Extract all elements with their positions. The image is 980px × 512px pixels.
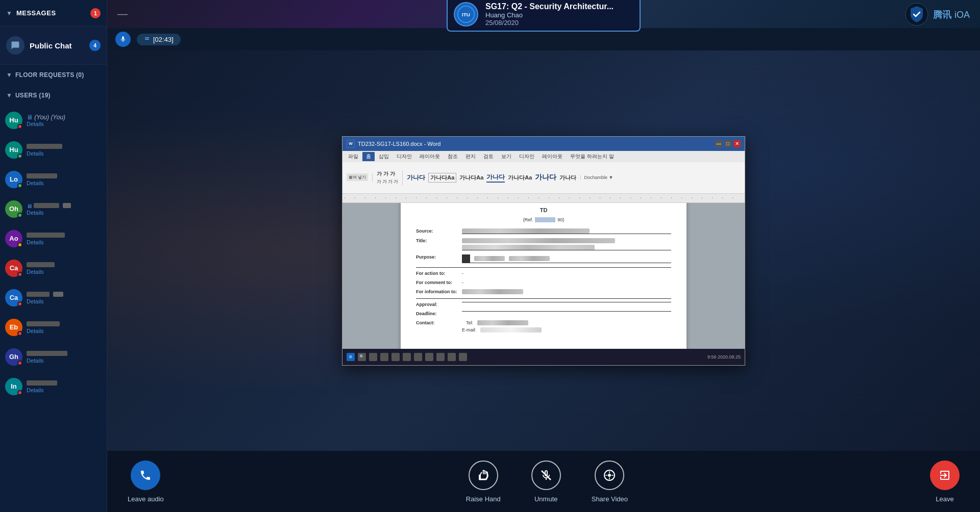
tab-layout2[interactable]: 레이아웃 bbox=[538, 152, 566, 161]
leave-audio-label: Leave audio bbox=[128, 495, 164, 503]
user-details-link[interactable]: Details bbox=[27, 328, 102, 334]
word-taskbar: ⊞ 🔍 9:56 2020.08.25 bbox=[342, 349, 745, 365]
avatar: Ao bbox=[5, 230, 22, 247]
tab-design2[interactable]: 디자인 bbox=[516, 152, 538, 161]
user-details-link[interactable]: Details bbox=[27, 239, 102, 245]
close-button[interactable]: ✕ bbox=[733, 140, 741, 147]
center-controls: Raise Hand Unmute bbox=[466, 460, 628, 503]
unmute-button[interactable] bbox=[531, 460, 561, 490]
itu-logo: ITU bbox=[454, 2, 478, 27]
doc-field-contact: Contact: Tel: bbox=[416, 320, 671, 325]
list-item: Gh Details bbox=[0, 342, 107, 372]
user-status-indicator bbox=[17, 242, 22, 247]
presenter-date: 25/08/2020 bbox=[485, 19, 614, 27]
share-video-action[interactable]: Share Video bbox=[592, 460, 628, 503]
word-page: TD (Ref.90) Source: Title: bbox=[401, 203, 687, 349]
leave-audio-button[interactable] bbox=[131, 460, 160, 490]
topbar-dash: — bbox=[117, 8, 128, 20]
maximize-button[interactable]: □ bbox=[724, 140, 731, 147]
user-details-link[interactable]: Details bbox=[27, 150, 102, 157]
doc-field-purpose: Purpose: bbox=[416, 254, 671, 263]
user-info: Details bbox=[27, 262, 102, 275]
share-video-label: Share Video bbox=[592, 495, 628, 503]
avatar: Hu bbox=[5, 141, 22, 159]
tab-file[interactable]: 파일 bbox=[345, 152, 362, 161]
list-item: In Details bbox=[0, 372, 107, 401]
tab-view[interactable]: 보기 bbox=[498, 152, 515, 161]
user-name: 🖥 bbox=[27, 202, 102, 210]
tab-review[interactable]: 검토 bbox=[480, 152, 497, 161]
raise-hand-button[interactable] bbox=[469, 460, 498, 490]
unmute-action[interactable]: Unmute bbox=[531, 460, 561, 503]
user-screen-icon: 🖥 bbox=[27, 114, 34, 121]
topbar: — ITU SG17: Q2 - Security Architectur...… bbox=[107, 0, 980, 28]
user-details-link[interactable]: Details bbox=[27, 357, 102, 364]
user-details-link[interactable]: Details bbox=[27, 387, 102, 393]
user-details-link[interactable]: Details bbox=[27, 298, 102, 304]
user-details-link[interactable]: Details bbox=[27, 121, 102, 127]
user-status-indicator bbox=[17, 153, 22, 159]
doc-title: TD bbox=[416, 207, 671, 213]
user-status-indicator bbox=[17, 272, 22, 277]
user-details-link[interactable]: Details bbox=[27, 269, 102, 275]
floor-requests-section[interactable]: ▼ FLOOR REQUESTS (0) bbox=[0, 65, 107, 85]
users-list: Hu 🖥 (You) (You) Details Hu bbox=[0, 106, 107, 512]
microphone-button[interactable] bbox=[115, 32, 131, 47]
list-item: Lo Details bbox=[0, 165, 107, 194]
tab-mail[interactable]: 편지 bbox=[462, 152, 479, 161]
tab-design[interactable]: 디자인 bbox=[393, 152, 415, 161]
user-name bbox=[27, 291, 102, 298]
sidebar: ▼ MESSAGES 1 Public Chat 4 ▼ FLOOR REQUE… bbox=[0, 0, 107, 512]
public-chat-badge: 4 bbox=[89, 40, 101, 51]
doc-field-approval: Approval: bbox=[416, 302, 671, 307]
chat-icon bbox=[6, 36, 24, 55]
doc-field-email: E-mail: bbox=[462, 327, 671, 332]
chevron-down-icon: ▼ bbox=[6, 10, 12, 17]
share-video-button[interactable] bbox=[595, 460, 624, 490]
user-info: Details bbox=[27, 143, 102, 157]
user-info: Details bbox=[27, 291, 102, 304]
tencent-logo-text: 腾讯 iOA bbox=[933, 8, 970, 21]
tab-home[interactable]: 홈 bbox=[362, 152, 375, 161]
messages-title: MESSAGES bbox=[16, 9, 56, 17]
tab-more[interactable]: 무엇을 하려는지 알 bbox=[567, 152, 618, 161]
raise-hand-action[interactable]: Raise Hand bbox=[466, 460, 501, 503]
user-name bbox=[27, 143, 102, 150]
tab-layout[interactable]: 레이아웃 bbox=[416, 152, 444, 161]
leave-label: Leave bbox=[936, 495, 953, 503]
you-tag: (You) bbox=[34, 114, 49, 121]
tab-insert[interactable]: 삽입 bbox=[375, 152, 393, 161]
leave-audio-action[interactable]: Leave audio bbox=[128, 460, 164, 503]
tab-refs[interactable]: 참조 bbox=[444, 152, 461, 161]
doc-field-comment: For comment to: - bbox=[416, 280, 671, 285]
user-name bbox=[27, 380, 102, 387]
doc-field-source: Source: bbox=[416, 228, 671, 234]
presenter-card: ITU SG17: Q2 - Security Architectur... H… bbox=[447, 0, 641, 32]
leave-action[interactable]: Leave bbox=[930, 460, 960, 503]
messages-header: ▼ MESSAGES 1 bbox=[0, 0, 107, 27]
leave-button[interactable] bbox=[930, 460, 960, 490]
chevron-floor-icon: ▼ bbox=[6, 71, 12, 79]
user-details-link[interactable]: Details bbox=[27, 210, 102, 216]
timer-display: [02:43] bbox=[137, 34, 181, 45]
avatar: Eb bbox=[5, 319, 22, 336]
word-title-text: TD232-SG17-LS160.docx - Word bbox=[358, 141, 440, 147]
bottombar: Leave audio Raise Hand bbox=[107, 451, 980, 512]
user-info: Details bbox=[27, 232, 102, 245]
content-area: W TD232-SG17-LS160.docx - Word — □ ✕ 파일 … bbox=[107, 50, 980, 451]
user-name bbox=[27, 262, 102, 269]
minimize-button[interactable]: — bbox=[715, 140, 722, 147]
chevron-users-icon: ▼ bbox=[6, 92, 12, 99]
user-status-indicator bbox=[17, 390, 22, 395]
topbar-left: — bbox=[117, 8, 128, 20]
unmute-label: Unmute bbox=[534, 495, 558, 503]
timer-bar: [02:43] bbox=[107, 28, 980, 50]
user-info: Details bbox=[27, 173, 102, 186]
user-info: Details bbox=[27, 321, 102, 334]
user-details-link[interactable]: Details bbox=[27, 180, 102, 186]
users-section[interactable]: ▼ USERS (19) bbox=[0, 85, 107, 106]
user-name bbox=[27, 350, 102, 357]
avatar: Ca bbox=[5, 260, 22, 277]
user-info: Details bbox=[27, 350, 102, 364]
public-chat-item[interactable]: Public Chat 4 bbox=[0, 27, 107, 65]
